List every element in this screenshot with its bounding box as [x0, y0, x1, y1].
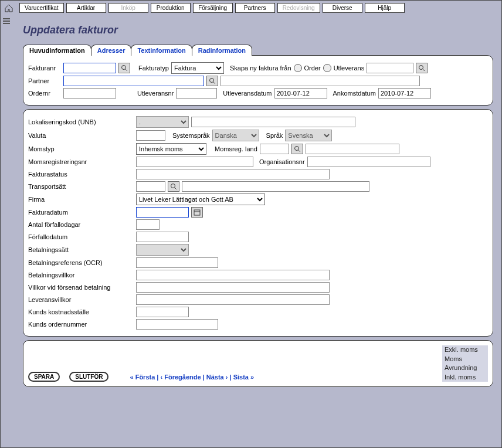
fakturanr-label: Fakturanr [28, 65, 61, 72]
fakturanr-input[interactable] [63, 63, 116, 73]
svg-rect-10 [194, 210, 200, 215]
page-title: Uppdatera fakturor [23, 24, 493, 36]
utleveransdatum-display [274, 88, 327, 99]
order-label: Order [304, 65, 321, 72]
svg-line-1 [126, 69, 127, 71]
tab-radinformation[interactable]: Radinformation [192, 45, 252, 56]
lokaliseringskod-label: Lokaliseringskod (UNB) [28, 118, 134, 125]
firma-select[interactable]: Livet Leker Lättlagat och Gott AB [136, 194, 265, 205]
svg-line-9 [175, 188, 177, 189]
sprak-label: Språk [266, 132, 283, 139]
antal-forfallodagar-input[interactable] [136, 219, 160, 230]
momsregland-lookup-icon[interactable] [291, 144, 303, 154]
utleverans-value [367, 63, 413, 73]
villkor-forsenad-label: Villkor vid försenad betalning [28, 284, 134, 291]
betalningsvillkor-input[interactable] [136, 270, 330, 280]
villkor-forsenad-input[interactable] [136, 282, 330, 293]
partner-code-input[interactable] [63, 76, 204, 86]
partner-label: Partner [28, 77, 61, 84]
momsregland-input[interactable] [260, 144, 289, 154]
lokaliseringskod-name [191, 117, 355, 127]
kunds-kostnad-input[interactable] [136, 307, 189, 317]
ordernr-display [63, 88, 116, 99]
momstyp-label: Momstyp [28, 145, 134, 152]
transportsatt-input[interactable] [136, 181, 165, 192]
nav-first[interactable]: « Första [130, 374, 155, 381]
kunds-ordernr-label: Kunds ordernummer [28, 321, 134, 328]
content-area: Uppdatera fakturor Huvudinformation Adre… [23, 18, 493, 442]
transportsatt-label: Transportsätt [28, 183, 134, 190]
ordernr-label: Ordernr [28, 90, 61, 97]
header-panel: Fakturanr Fakturatyp Faktura Skapa ny fa… [23, 55, 493, 106]
tab-strip: Huvudinformation Adresser Textinformatio… [23, 45, 493, 56]
footer-panel: SPARA SLUTFÖR « Första | ‹ Föregående | … [23, 340, 493, 387]
utleveransdatum-label: Utleveransdatum [223, 90, 272, 97]
app-window: Varucertifikat Artiklar Inköp Produktion… [0, 0, 502, 448]
fakturadatum-input[interactable] [136, 207, 189, 218]
save-button[interactable]: SPARA [28, 372, 60, 382]
svg-point-6 [294, 147, 299, 151]
total-exkl-moms: Exkl. moms [442, 345, 488, 354]
total-inkl-moms: Inkl. moms [442, 373, 488, 382]
orgnr-display [307, 157, 430, 167]
menu-partners[interactable]: Partners [235, 3, 275, 13]
utleverans-lookup-icon[interactable] [416, 63, 428, 73]
menu-diverse[interactable]: Diverse [323, 3, 362, 13]
order-radio[interactable] [294, 64, 302, 72]
momstyp-select[interactable]: Inhemsk moms [136, 143, 206, 155]
sidebar-toggle-icon[interactable] [3, 17, 10, 25]
firma-label: Firma [28, 196, 134, 203]
momsregnr-label: Momsregistreringsnr [28, 158, 134, 165]
transportsatt-lookup-icon[interactable] [168, 181, 179, 192]
fakturadatum-label: Fakturadatum [28, 209, 134, 216]
utleverans-radio[interactable] [323, 64, 331, 72]
fakturanr-lookup-icon[interactable] [118, 63, 130, 73]
calendar-icon[interactable] [191, 207, 203, 218]
fakturatyp-select[interactable]: Faktura [171, 62, 224, 74]
nav-prev[interactable]: ‹ Föregående [160, 374, 201, 381]
details-panel: Lokaliseringskod (UNB) . Valuta Systemsp… [23, 109, 493, 337]
tab-textinformation[interactable]: Textinformation [131, 45, 192, 56]
systemsprak-select: Danska [212, 130, 259, 141]
menu-varucertifikat[interactable]: Varucertifikat [19, 3, 64, 13]
tab-adresser[interactable]: Adresser [91, 45, 132, 56]
utleverans-label: Utleverans [334, 65, 365, 72]
totals-block: Exkl. moms Moms Avrundning Inkl. moms [442, 345, 488, 382]
svg-line-3 [423, 69, 425, 71]
menu-produktion[interactable]: Produktion [151, 3, 191, 13]
svg-point-0 [122, 66, 126, 70]
partner-lookup-icon[interactable] [206, 76, 218, 86]
lokaliseringskod-select[interactable]: . [136, 116, 189, 128]
finish-button[interactable]: SLUTFÖR [69, 372, 108, 382]
nav-last[interactable]: Sista » [233, 374, 254, 381]
svg-line-7 [299, 150, 300, 152]
fakturatyp-label: Fakturatyp [138, 65, 169, 72]
betalningsref-input[interactable] [136, 257, 218, 268]
menu-artiklar[interactable]: Artiklar [66, 3, 106, 13]
menu-hjalp[interactable]: Hjälp [365, 3, 405, 13]
momsregnr-display [136, 157, 253, 167]
sprak-select: Svenska [285, 130, 332, 141]
tab-huvudinformation[interactable]: Huvudinformation [23, 45, 91, 56]
betalningsref-label: Betalningsreferens (OCR) [28, 259, 134, 266]
momsregland-name [306, 144, 399, 154]
leveransvillkor-input[interactable] [136, 294, 330, 305]
total-moms: Moms [442, 355, 488, 364]
menu-inkop[interactable]: Inköp [108, 3, 148, 13]
kunds-ordernr-input[interactable] [136, 319, 218, 330]
antal-forfallodagar-label: Antal förfallodagar [28, 221, 134, 228]
betalningssatt-select[interactable] [136, 244, 189, 256]
transportsatt-name [182, 181, 369, 192]
fakturastatus-display [136, 169, 330, 179]
menu-forsaljning[interactable]: Försäljning [193, 3, 233, 13]
menu-redovisning[interactable]: Redovisning [277, 3, 320, 13]
total-avrundning: Avrundning [442, 364, 488, 372]
home-icon[interactable] [4, 4, 13, 12]
nav-next[interactable]: Nästa › [206, 374, 228, 381]
momsregland-label: Momsreg. land [215, 145, 257, 152]
betalningsvillkor-label: Betalningsvillkor [28, 271, 134, 279]
partner-name-display [221, 76, 420, 86]
svg-point-4 [210, 79, 214, 83]
svg-point-8 [171, 184, 175, 188]
pager: « Första | ‹ Föregående | Nästa › | Sist… [130, 374, 254, 381]
